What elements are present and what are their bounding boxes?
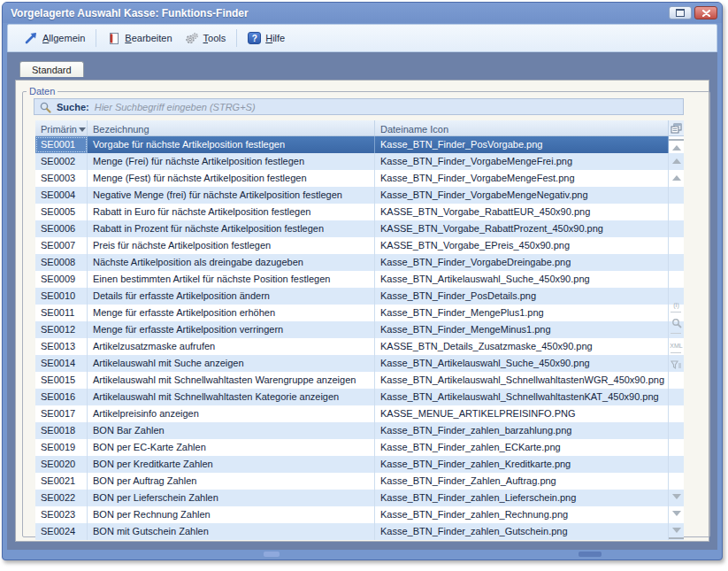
column-chooser-button[interactable] <box>669 120 684 136</box>
table-row[interactable]: SE0008 Nächste Artikelposition als drein… <box>35 254 669 271</box>
cell-bezeichnung[interactable]: Rabatt in Prozent für nächste Artikelpos… <box>88 220 375 237</box>
table-row[interactable]: SE0018 BON Bar Zahlen Kasse_BTN_Finder_z… <box>35 422 669 439</box>
go-last-row-button[interactable] <box>669 524 684 539</box>
menu-allgemein[interactable]: Allgemein <box>19 29 91 47</box>
cell-dateiname[interactable]: Kasse_BTN_Finder_PosVorgabe.png <box>375 136 669 153</box>
cell-primaerindex[interactable]: SE0011 <box>35 305 88 321</box>
table-row[interactable]: SE0016 Artikelauswahl mit Schnellwahltas… <box>35 389 669 405</box>
previous-row-button[interactable] <box>669 172 684 184</box>
cell-bezeichnung[interactable]: Nächste Artikelposition als dreingabe da… <box>88 254 375 271</box>
table-row[interactable]: SE0012 Menge für erfasste Artikelpositio… <box>35 321 669 338</box>
cell-primaerindex[interactable]: SE0023 <box>35 506 88 523</box>
cell-dateiname[interactable]: KASSE_BTN_Details_Zusatzmaske_450x90.png <box>375 338 669 355</box>
cell-dateiname[interactable]: KASSE_BTN_Vorgabe_RabattProzent_450x90.p… <box>375 220 669 237</box>
cell-primaerindex[interactable]: SE0024 <box>35 523 88 540</box>
table-row[interactable]: SE0002 Menge (Frei) für nächste Artikelp… <box>35 153 669 170</box>
table-row[interactable]: SE0021 BON per Auftrag Zahlen Kasse_BTN_… <box>35 473 669 490</box>
table-row[interactable]: SE0005 Rabatt in Euro für nächste Artike… <box>35 204 669 220</box>
cell-primaerindex[interactable]: SE0017 <box>35 405 88 422</box>
cell-primaerindex[interactable]: SE0020 <box>35 456 88 473</box>
cell-dateiname[interactable]: Kasse_BTN_Finder_zahlen_Gutschein.png <box>375 523 669 540</box>
cell-primaerindex[interactable]: SE0019 <box>35 439 88 456</box>
cell-dateiname[interactable]: Kasse_BTN_Artikelauswahl_Suche_450x90.pn… <box>375 355 669 372</box>
xml-export-button[interactable]: XML <box>669 339 684 351</box>
cell-bezeichnung[interactable]: Preis für nächste Artikelposition festle… <box>88 237 375 254</box>
table-row[interactable]: SE0013 Artikelzusatzmaske aufrufen KASSE… <box>35 338 669 355</box>
cell-dateiname[interactable]: Kasse_BTN_Finder_MengeMinus1.png <box>375 321 669 338</box>
go-first-row-button[interactable] <box>669 139 684 154</box>
title-bar[interactable]: Vorgelagerte Auswahl Kasse: Funktions-Fi… <box>3 3 722 23</box>
table-row[interactable]: SE0015 Artikelauswahl mit Schnellwahltas… <box>35 372 669 389</box>
cell-bezeichnung[interactable]: Artikelzusatzmaske aufrufen <box>88 338 375 355</box>
cell-bezeichnung[interactable]: BON mit Gutschein Zahlen <box>88 523 375 540</box>
cell-primaerindex[interactable]: SE0015 <box>35 372 88 389</box>
table-row[interactable]: SE0023 BON per Rechnung Zahlen Kasse_BTN… <box>35 506 669 523</box>
cell-dateiname[interactable]: Kasse_BTN_Finder_VorgabeMengeFest.png <box>375 170 669 187</box>
cell-dateiname[interactable]: Kasse_BTN_Artikelauswahl_Suche_450x90.pn… <box>375 271 669 288</box>
menu-bearbeiten[interactable]: Bearbeiten <box>101 29 178 48</box>
table-row[interactable]: SE0022 BON per Lieferschein Zahlen Kasse… <box>35 490 669 506</box>
cell-bezeichnung[interactable]: BON per EC-Karte Zahlen <box>88 439 375 456</box>
cell-dateiname[interactable]: Kasse_BTN_Finder_zahlen_Kreditkarte.png <box>375 456 669 473</box>
next-row-button[interactable] <box>669 490 684 503</box>
cell-primaerindex[interactable]: SE0012 <box>35 321 88 338</box>
cell-bezeichnung[interactable]: Menge (Frei) für nächste Artikelposition… <box>88 153 375 170</box>
table-row[interactable]: SE0009 Einen bestimmten Artikel für näch… <box>35 271 669 288</box>
cell-bezeichnung[interactable]: Artikelpreisinfo anzeigen <box>88 405 375 422</box>
cell-primaerindex[interactable]: SE0016 <box>35 389 88 405</box>
cell-bezeichnung[interactable]: BON Bar Zahlen <box>88 422 375 439</box>
page-up-button[interactable] <box>669 155 684 167</box>
column-header-dateiname[interactable]: Dateiname Icon <box>375 120 669 135</box>
table-row[interactable]: SE0017 Artikelpreisinfo anzeigen KASSE_M… <box>35 405 669 422</box>
cell-primaerindex[interactable]: SE0022 <box>35 490 88 506</box>
cell-primaerindex[interactable]: SE0013 <box>35 338 88 355</box>
cell-dateiname[interactable]: Kasse_BTN_Artikelauswahl_Schnellwahltast… <box>375 389 669 405</box>
table-row[interactable]: SE0003 Menge (Fest) für nächste Artikelp… <box>35 170 669 187</box>
cell-bezeichnung[interactable]: Artikelauswahl mit Schnellwahltasten War… <box>88 372 375 389</box>
restore-button[interactable] <box>669 6 692 19</box>
column-header-primaerindex[interactable]: Primärin <box>35 120 88 135</box>
cell-primaerindex[interactable]: SE0010 <box>35 288 88 305</box>
page-down-button[interactable] <box>669 507 684 520</box>
cell-bezeichnung[interactable]: BON per Lieferschein Zahlen <box>88 490 375 506</box>
menu-tools[interactable]: Tools <box>179 29 233 48</box>
cell-dateiname[interactable]: Kasse_BTN_Finder_zahlen_ECKarte.png <box>375 439 669 456</box>
cell-bezeichnung[interactable]: Menge (Fest) für nächste Artikelposition… <box>88 170 375 187</box>
cell-dateiname[interactable]: Kasse_BTN_Finder_zahlen_Rechnung.png <box>375 506 669 523</box>
cell-primaerindex[interactable]: SE0001 <box>35 136 88 153</box>
grid-search-button[interactable] <box>669 317 684 329</box>
cell-primaerindex[interactable]: SE0021 <box>35 473 88 490</box>
table-row[interactable]: SE0007 Preis für nächste Artikelposition… <box>35 237 669 254</box>
cell-dateiname[interactable]: Kasse_BTN_Finder_MengePlus1.png <box>375 305 669 321</box>
table-row[interactable]: SE0019 BON per EC-Karte Zahlen Kasse_BTN… <box>35 439 669 456</box>
cell-dateiname[interactable]: Kasse_BTN_Finder_VorgabeDreingabe.png <box>375 254 669 271</box>
table-row[interactable]: SE0010 Details für erfasste Artikelposit… <box>35 288 669 305</box>
table-row[interactable]: SE0006 Rabatt in Prozent für nächste Art… <box>35 220 669 237</box>
table-row[interactable]: SE0011 Menge für erfasste Artikelpositio… <box>35 305 669 321</box>
table-row[interactable]: SE0004 Negative Menge (frei) für nächste… <box>35 187 669 204</box>
cell-dateiname[interactable]: Kasse_BTN_Finder_VorgabeMengeNegativ.png <box>375 187 669 204</box>
cell-bezeichnung[interactable]: Artikelauswahl mit Suche anzeigen <box>88 355 375 372</box>
cell-primaerindex[interactable]: SE0018 <box>35 422 88 439</box>
close-button[interactable] <box>694 6 717 19</box>
table-row[interactable]: SE0014 Artikelauswahl mit Suche anzeigen… <box>35 355 669 372</box>
cell-dateiname[interactable]: Kasse_BTN_Artikelauswahl_Schnellwahltast… <box>375 372 669 389</box>
table-row[interactable]: SE0020 BON per Kreditkarte Zahlen Kasse_… <box>35 456 669 473</box>
search-bar[interactable]: Suche: Hier Suchbegriff eingeben (STRG+S… <box>34 98 684 115</box>
cell-dateiname[interactable]: Kasse_BTN_Finder_zahlen_Lieferschein.png <box>375 490 669 506</box>
cell-primaerindex[interactable]: SE0002 <box>35 153 88 170</box>
cell-bezeichnung[interactable]: Negative Menge (frei) für nächste Artike… <box>88 187 375 204</box>
column-header-bezeichnung[interactable]: Bezeichnung <box>88 120 375 135</box>
cell-bezeichnung[interactable]: Details für erfasste Artikelposition änd… <box>88 288 375 305</box>
cell-primaerindex[interactable]: SE0004 <box>35 187 88 204</box>
table-row[interactable]: SE0024 BON mit Gutschein Zahlen Kasse_BT… <box>35 523 669 540</box>
search-input[interactable]: Hier Suchbegriff eingeben (STRG+S) <box>95 102 256 112</box>
tab-standard[interactable]: Standard <box>19 61 84 77</box>
cell-primaerindex[interactable]: SE0005 <box>35 204 88 220</box>
cell-primaerindex[interactable]: SE0003 <box>35 170 88 187</box>
cell-bezeichnung[interactable]: Menge für erfasste Artikelposition verri… <box>88 321 375 338</box>
menu-hilfe[interactable]: ? Hilfe <box>241 29 291 47</box>
cell-primaerindex[interactable]: SE0009 <box>35 271 88 288</box>
table-row[interactable]: SE0001 Vorgabe für nächste Artikelpositi… <box>35 136 669 153</box>
filter-button[interactable] <box>669 359 684 371</box>
